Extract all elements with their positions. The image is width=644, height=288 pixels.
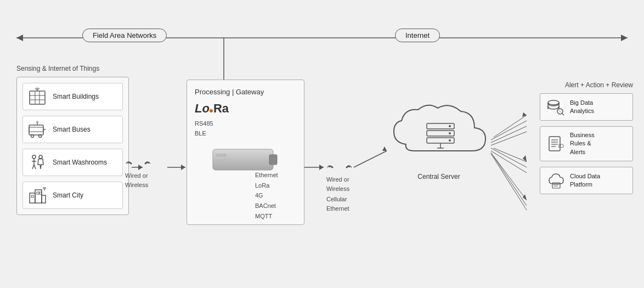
svg-rect-53 bbox=[269, 155, 277, 165]
signal-left-icon bbox=[125, 158, 137, 169]
svg-line-24 bbox=[491, 154, 527, 210]
svg-line-14 bbox=[494, 148, 527, 162]
svg-line-22 bbox=[491, 151, 527, 173]
smart-city-label: Smart City bbox=[53, 191, 83, 199]
cloud-label: Central Server bbox=[417, 173, 460, 180]
cloud-doc-icon bbox=[547, 172, 564, 189]
list-item: Smart City bbox=[22, 182, 123, 209]
database-analytics-icon bbox=[547, 98, 564, 116]
signal-right2-icon bbox=[341, 162, 353, 173]
svg-rect-32 bbox=[29, 127, 43, 132]
svg-point-30 bbox=[37, 90, 38, 91]
alert-item-business: Business Rules & Alerts bbox=[540, 126, 633, 161]
list-item: Smart Washrooms bbox=[22, 149, 123, 176]
smart-buses-label: Smart Buses bbox=[53, 126, 91, 133]
svg-point-42 bbox=[39, 155, 42, 159]
cloud-platform-label: Cloud Data Platform bbox=[570, 172, 600, 189]
sensing-box: Smart Buildings Smart Buses bbox=[16, 77, 129, 215]
building-icon bbox=[27, 87, 47, 106]
svg-point-33 bbox=[31, 135, 34, 138]
svg-point-66 bbox=[548, 100, 559, 105]
gateway-protocols-left: RS485BLE bbox=[195, 119, 296, 138]
svg-rect-25 bbox=[30, 91, 45, 104]
svg-line-19 bbox=[491, 126, 527, 143]
alert-title: Alert + Action + Review bbox=[540, 81, 633, 89]
bigdata-label: Big Data Analytics bbox=[570, 99, 594, 116]
diagram: Field Area Networks Internet Sensing & I… bbox=[0, 0, 644, 288]
svg-line-16 bbox=[494, 156, 527, 200]
svg-rect-45 bbox=[42, 195, 46, 203]
smart-buildings-label: Smart Buildings bbox=[53, 93, 99, 100]
alert-section: Alert + Action + Review Big Data Analyti… bbox=[540, 81, 633, 194]
svg-line-21 bbox=[491, 148, 527, 167]
bus-icon bbox=[27, 120, 47, 139]
svg-point-49 bbox=[44, 189, 45, 190]
svg-line-18 bbox=[491, 121, 527, 140]
business-label: Business Rules & Alerts bbox=[570, 131, 595, 156]
alert-items: Big Data Analytics Business Rules & Aler… bbox=[540, 93, 633, 194]
sensing-section: Sensing & Internet of Things Smart Build… bbox=[16, 65, 129, 215]
svg-rect-43 bbox=[30, 193, 35, 203]
sensing-title: Sensing & Internet of Things bbox=[16, 65, 129, 72]
svg-marker-7 bbox=[181, 165, 185, 170]
svg-rect-47 bbox=[37, 192, 39, 194]
alert-item-cloud: Cloud Data Platform bbox=[540, 167, 633, 194]
svg-rect-46 bbox=[31, 195, 33, 197]
svg-marker-2 bbox=[621, 35, 628, 41]
list-item: Smart Buses bbox=[22, 116, 123, 143]
internet-label: Internet bbox=[395, 29, 440, 42]
svg-rect-31 bbox=[29, 125, 43, 135]
cellular-label: Cellular Ethernet bbox=[326, 195, 349, 213]
svg-point-51 bbox=[145, 163, 146, 165]
signal-left2-icon bbox=[139, 158, 151, 169]
washroom-icon bbox=[27, 153, 47, 172]
smart-washrooms-label: Smart Washrooms bbox=[53, 159, 107, 166]
wired-wireless-right: Wired or Wireless bbox=[326, 162, 353, 193]
svg-line-40 bbox=[32, 165, 34, 169]
fan-label: Field Area Networks bbox=[82, 29, 167, 42]
gateway-device-icon bbox=[210, 144, 281, 174]
svg-line-10 bbox=[354, 151, 387, 167]
cloud-icon bbox=[384, 93, 494, 176]
gateway-right-labels: Ethernet LoRa 4G BACnet MQTT bbox=[255, 170, 278, 221]
city-icon bbox=[27, 185, 47, 205]
svg-line-23 bbox=[491, 153, 527, 206]
svg-rect-54 bbox=[216, 154, 227, 157]
svg-point-34 bbox=[39, 135, 42, 138]
gateway-box: Processing | Gateway LoRa RS485BLE bbox=[187, 80, 304, 225]
svg-rect-55 bbox=[216, 159, 227, 162]
cloud-wrap: Central Server bbox=[384, 93, 494, 178]
svg-marker-17 bbox=[523, 194, 527, 200]
svg-point-62 bbox=[449, 132, 451, 134]
svg-marker-15 bbox=[523, 155, 527, 162]
wired-wireless-left: Wired or Wireless bbox=[125, 158, 151, 189]
gateway-title: Processing | Gateway bbox=[195, 88, 296, 96]
svg-marker-9 bbox=[319, 165, 324, 170]
svg-line-12 bbox=[494, 115, 527, 137]
alert-item-bigdata: Big Data Analytics bbox=[540, 93, 633, 121]
svg-marker-13 bbox=[522, 112, 527, 117]
svg-point-56 bbox=[332, 167, 334, 168]
list-item: Smart Buildings bbox=[22, 83, 123, 110]
lora-brand: LoRa bbox=[195, 101, 296, 116]
svg-point-63 bbox=[449, 139, 451, 142]
signal-right-icon bbox=[326, 162, 338, 173]
svg-point-50 bbox=[131, 163, 132, 165]
svg-point-37 bbox=[32, 155, 36, 159]
svg-line-20 bbox=[491, 132, 527, 145]
svg-line-41 bbox=[34, 165, 36, 169]
svg-point-36 bbox=[37, 123, 38, 125]
svg-marker-1 bbox=[16, 35, 23, 41]
svg-rect-71 bbox=[549, 137, 560, 151]
svg-line-70 bbox=[562, 114, 564, 115]
svg-point-61 bbox=[449, 125, 451, 127]
svg-point-57 bbox=[346, 167, 348, 168]
rules-icon bbox=[547, 135, 564, 153]
